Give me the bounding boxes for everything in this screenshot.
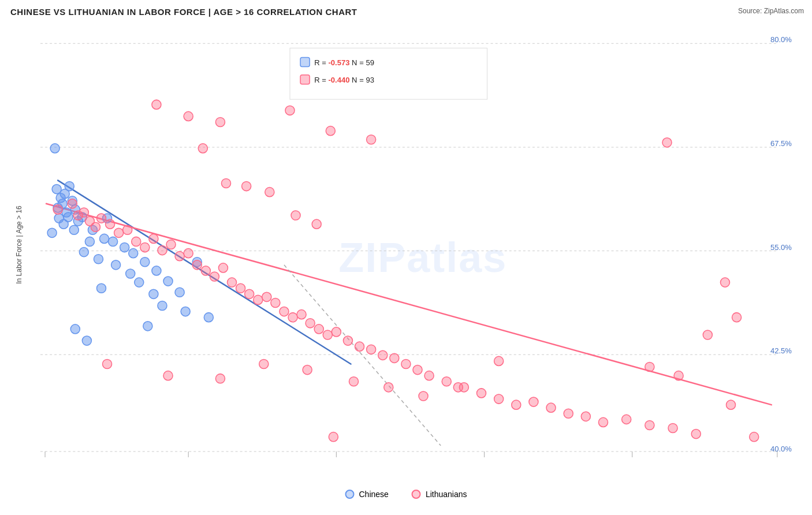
svg-point-105: [390, 353, 399, 363]
svg-point-132: [265, 188, 274, 197]
svg-point-122: [691, 430, 701, 439]
svg-point-98: [314, 324, 323, 334]
svg-point-91: [254, 295, 263, 304]
svg-point-100: [331, 327, 341, 337]
svg-point-121: [668, 423, 677, 432]
svg-point-136: [163, 371, 173, 380]
chinese-legend-icon: [345, 490, 355, 499]
svg-point-113: [512, 400, 521, 409]
svg-point-125: [215, 117, 225, 126]
svg-point-119: [622, 415, 631, 424]
svg-point-126: [285, 106, 295, 115]
svg-point-48: [152, 266, 161, 275]
svg-point-152: [720, 278, 729, 287]
svg-point-129: [198, 144, 207, 153]
svg-point-64: [82, 336, 91, 345]
svg-point-123: [152, 100, 161, 109]
svg-point-40: [47, 228, 57, 237]
chart-svg: .grid-line { stroke: #ccc; stroke-width:…: [40, 32, 795, 457]
svg-point-95: [288, 313, 297, 322]
chinese-legend-label: Chinese: [359, 490, 389, 499]
svg-point-55: [111, 260, 121, 270]
svg-text:40.0%: 40.0%: [770, 445, 792, 453]
svg-text:80.0%: 80.0%: [770, 35, 792, 44]
svg-point-130: [221, 178, 230, 188]
svg-point-94: [280, 307, 289, 316]
svg-point-62: [204, 313, 213, 322]
svg-rect-17: [290, 48, 487, 99]
svg-point-60: [181, 307, 190, 316]
svg-point-127: [326, 126, 335, 136]
svg-point-109: [442, 377, 451, 386]
svg-point-46: [129, 249, 138, 258]
svg-point-93: [271, 298, 280, 307]
svg-point-128: [367, 135, 376, 144]
svg-point-144: [453, 383, 463, 392]
svg-point-41: [50, 144, 59, 153]
svg-point-97: [306, 319, 315, 328]
legend-chinese: Chinese: [345, 490, 389, 499]
svg-point-107: [413, 365, 422, 374]
svg-text:55.0%: 55.0%: [770, 243, 792, 252]
svg-point-99: [323, 330, 332, 339]
svg-point-120: [645, 420, 654, 430]
svg-point-108: [424, 371, 434, 380]
svg-point-150: [750, 432, 759, 442]
svg-point-43: [99, 234, 109, 243]
svg-point-59: [158, 301, 167, 310]
svg-point-83: [184, 249, 193, 258]
svg-point-66: [96, 283, 106, 293]
svg-point-145: [494, 356, 504, 365]
svg-text:R =  -0.440    N = 93: R = -0.440 N = 93: [314, 76, 374, 84]
lithuanians-legend-label: Lithuanians: [426, 490, 467, 499]
svg-text:42.5%: 42.5%: [770, 346, 792, 355]
svg-point-153: [732, 313, 742, 322]
svg-point-39: [69, 225, 79, 234]
svg-point-139: [303, 365, 312, 374]
svg-point-81: [166, 240, 176, 249]
svg-point-74: [106, 219, 115, 229]
svg-point-89: [236, 283, 245, 293]
svg-point-92: [262, 292, 271, 301]
svg-point-52: [79, 248, 88, 257]
svg-point-112: [494, 394, 504, 404]
svg-point-90: [245, 289, 254, 298]
chart-area: .grid-line { stroke: #ccc; stroke-width:…: [40, 32, 795, 457]
svg-rect-20: [300, 75, 310, 84]
svg-point-101: [343, 336, 352, 345]
svg-point-51: [85, 237, 94, 246]
svg-point-76: [123, 225, 132, 234]
svg-point-73: [96, 214, 106, 223]
svg-point-106: [401, 359, 411, 368]
svg-point-142: [384, 383, 393, 392]
svg-point-75: [114, 228, 124, 237]
svg-point-82: [175, 252, 184, 261]
svg-point-102: [355, 342, 364, 351]
svg-point-58: [149, 289, 158, 298]
svg-point-138: [259, 359, 269, 368]
svg-point-44: [109, 237, 118, 246]
svg-point-70: [79, 208, 88, 217]
svg-point-79: [149, 234, 158, 243]
svg-point-68: [68, 199, 77, 208]
svg-point-137: [215, 374, 225, 383]
svg-point-87: [218, 263, 228, 273]
svg-text:R =  -0.573    N = 59: R = -0.573 N = 59: [314, 58, 374, 67]
svg-point-80: [158, 246, 167, 255]
svg-point-149: [726, 400, 735, 409]
svg-point-49: [163, 277, 173, 286]
svg-point-146: [645, 362, 654, 371]
y-axis-label: In Labor Force | Age > 16: [0, 32, 38, 457]
svg-point-56: [126, 269, 135, 278]
svg-point-67: [53, 205, 62, 214]
svg-point-36: [59, 219, 68, 229]
svg-point-85: [201, 266, 210, 275]
svg-point-151: [662, 138, 672, 147]
svg-point-116: [564, 409, 573, 418]
svg-point-124: [184, 111, 193, 121]
svg-point-114: [529, 397, 538, 406]
svg-point-72: [91, 222, 100, 232]
svg-point-88: [227, 278, 236, 287]
svg-point-65: [143, 322, 152, 331]
svg-point-131: [242, 181, 251, 191]
